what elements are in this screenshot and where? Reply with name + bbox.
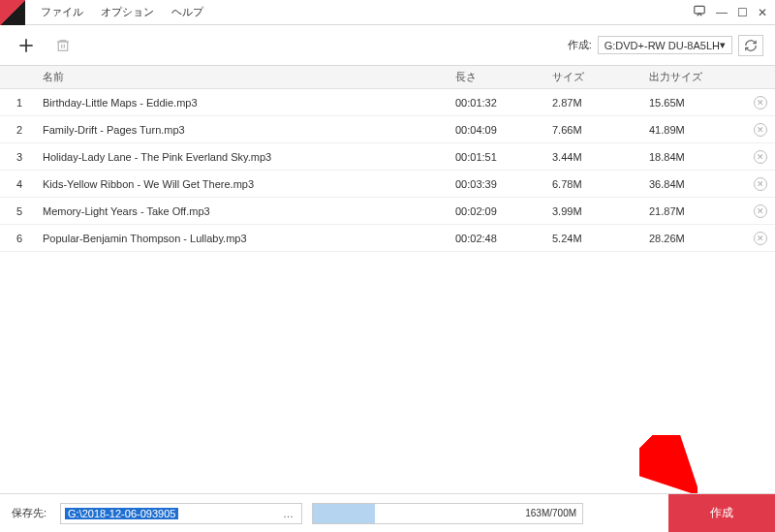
row-length: 00:01:51 xyxy=(455,151,552,163)
menu-help[interactable]: ヘルプ xyxy=(164,1,211,23)
row-name: Kids-Yellow Ribbon - We Will Get There.m… xyxy=(39,178,455,190)
chevron-down-icon: ▾ xyxy=(720,39,726,51)
toolbar: 作成: G:DVD+-RW DU-8A5LH ▾ xyxy=(0,25,775,66)
refresh-button[interactable] xyxy=(738,35,763,56)
add-button[interactable] xyxy=(12,31,41,60)
row-name: Holiday-Lady Lane - The Pink Everland Sk… xyxy=(39,151,455,163)
window-controls: — ☐ ✕ xyxy=(693,4,775,20)
row-index: 5 xyxy=(0,205,39,217)
save-label: 保存先: xyxy=(12,506,46,520)
row-output-size: 36.84M xyxy=(649,178,746,190)
row-index: 4 xyxy=(0,178,39,190)
row-length: 00:01:32 xyxy=(455,97,552,109)
arrow-annotation xyxy=(639,435,698,493)
device-select[interactable]: G:DVD+-RW DU-8A5LH ▾ xyxy=(598,36,732,54)
row-remove-icon[interactable]: ✕ xyxy=(754,204,767,218)
table-row[interactable]: 2Family-Drift - Pages Turn.mp300:04:097.… xyxy=(0,116,775,143)
row-remove-icon[interactable]: ✕ xyxy=(754,150,767,164)
app-logo xyxy=(0,0,25,25)
row-index: 3 xyxy=(0,151,39,163)
header-name: 名前 xyxy=(39,70,455,84)
svg-rect-3 xyxy=(58,42,67,50)
row-size: 3.99M xyxy=(552,205,649,217)
save-path-field[interactable]: G:\2018-12-06-093905 … xyxy=(60,503,302,524)
row-output-size: 15.65M xyxy=(649,97,746,109)
menu-option[interactable]: オプション xyxy=(93,1,162,23)
row-name: Popular-Benjamin Thompson - Lullaby.mp3 xyxy=(39,233,455,244)
row-name: Family-Drift - Pages Turn.mp3 xyxy=(39,124,455,136)
delete-button[interactable] xyxy=(50,33,76,58)
save-path-text: G:\2018-12-06-093905 xyxy=(65,508,178,519)
row-index: 6 xyxy=(0,233,39,244)
row-index: 1 xyxy=(0,97,39,109)
create-button[interactable]: 作成 xyxy=(668,494,775,533)
close-button[interactable]: ✕ xyxy=(758,6,767,19)
row-length: 00:03:39 xyxy=(455,178,552,190)
row-output-size: 41.89M xyxy=(649,124,746,136)
row-index: 2 xyxy=(0,124,39,136)
browse-button[interactable]: … xyxy=(280,508,297,519)
menu-file[interactable]: ファイル xyxy=(33,1,91,23)
table-row[interactable]: 1Birthday-Little Maps - Eddie.mp300:01:3… xyxy=(0,89,775,116)
row-output-size: 28.26M xyxy=(649,233,746,244)
table-row[interactable]: 5Memory-Light Years - Take Off.mp300:02:… xyxy=(0,198,775,225)
titlebar: ファイル オプション ヘルプ — ☐ ✕ xyxy=(0,0,775,25)
header-size: サイズ xyxy=(552,70,649,84)
table-row[interactable]: 3Holiday-Lady Lane - The Pink Everland S… xyxy=(0,143,775,171)
table-row[interactable]: 4Kids-Yellow Ribbon - We Will Get There.… xyxy=(0,171,775,198)
progress-fill xyxy=(313,504,375,523)
row-remove-icon[interactable]: ✕ xyxy=(754,177,767,191)
header-length: 長さ xyxy=(455,70,552,84)
progress-text: 163M/700M xyxy=(525,504,576,523)
footer: 保存先: G:\2018-12-06-093905 … 163M/700M 作成 xyxy=(0,493,775,532)
progress-bar: 163M/700M xyxy=(312,503,583,524)
row-length: 00:04:09 xyxy=(455,124,552,136)
row-output-size: 21.87M xyxy=(649,205,746,217)
svg-line-7 xyxy=(647,443,680,476)
menu-bar: ファイル オプション ヘルプ xyxy=(33,1,211,23)
svg-rect-0 xyxy=(695,6,705,14)
header-output-size: 出力サイズ xyxy=(649,70,746,84)
table-body: 1Birthday-Little Maps - Eddie.mp300:01:3… xyxy=(0,89,775,252)
row-name: Birthday-Little Maps - Eddie.mp3 xyxy=(39,97,455,109)
row-name: Memory-Light Years - Take Off.mp3 xyxy=(39,205,455,217)
maximize-button[interactable]: ☐ xyxy=(737,6,748,19)
device-value: G:DVD+-RW DU-8A5LH xyxy=(604,40,720,51)
table-header: 名前 長さ サイズ 出力サイズ xyxy=(0,66,775,89)
row-output-size: 18.84M xyxy=(649,151,746,163)
row-size: 7.66M xyxy=(552,124,649,136)
minimize-button[interactable]: — xyxy=(716,6,728,19)
row-length: 00:02:09 xyxy=(455,205,552,217)
row-length: 00:02:48 xyxy=(455,233,552,244)
row-size: 5.24M xyxy=(552,233,649,244)
feedback-icon[interactable] xyxy=(693,4,706,20)
device-label: 作成: xyxy=(568,38,592,52)
row-size: 2.87M xyxy=(552,97,649,109)
row-remove-icon[interactable]: ✕ xyxy=(754,123,767,137)
table-row[interactable]: 6Popular-Benjamin Thompson - Lullaby.mp3… xyxy=(0,225,775,252)
row-remove-icon[interactable]: ✕ xyxy=(754,96,767,110)
row-size: 3.44M xyxy=(552,151,649,163)
row-size: 6.78M xyxy=(552,178,649,190)
row-remove-icon[interactable]: ✕ xyxy=(754,232,767,245)
